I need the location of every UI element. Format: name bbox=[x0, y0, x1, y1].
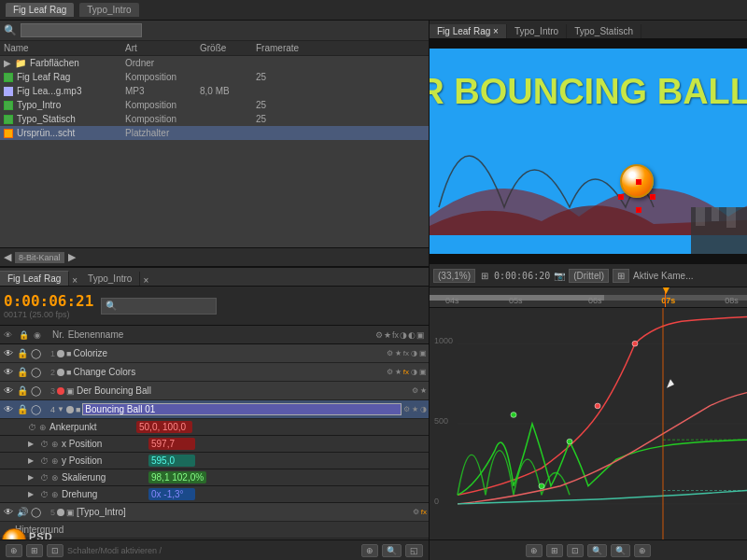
stopwatch-icon[interactable]: ⏱ bbox=[28, 423, 36, 432]
comp-tab-fig[interactable]: Fig Leaf Rag bbox=[0, 271, 69, 286]
prop-value[interactable]: 98,1 102,0% bbox=[148, 471, 206, 483]
prop-row-rotation[interactable]: ▶ ⏱ ⊕ Drehung 0x -1,3° bbox=[0, 486, 429, 503]
layer-row[interactable]: 👁 🔒 ◯ 2 ■ Change Colors ⚙ ★ fx ◑ ▣ bbox=[0, 363, 429, 382]
prop-value[interactable]: 595,0 bbox=[148, 455, 195, 467]
layer-fx-icon[interactable]: ⚙ bbox=[387, 368, 393, 376]
layer-3d-icon[interactable]: ▣ bbox=[419, 349, 427, 357]
scroll-left-icon[interactable]: ◀ bbox=[4, 251, 11, 263]
preview-camera-select[interactable]: (Drittel) bbox=[569, 269, 609, 283]
eye-icon[interactable]: 👁 bbox=[2, 366, 14, 378]
graph-btn5[interactable]: 🔍 bbox=[611, 544, 630, 557]
eye-icon[interactable]: 👁 bbox=[2, 403, 14, 415]
preview-fit-btn[interactable]: ⊞ bbox=[479, 271, 490, 281]
solo-icon[interactable]: ◯ bbox=[30, 366, 42, 378]
preview-tab-fig[interactable]: Fig Leaf Rag × bbox=[430, 24, 507, 38]
layer-row[interactable]: 👁 🔊 ◯ 5 ▣ [Typo_Intro] ⚙ fx bbox=[0, 503, 429, 522]
preview-grid-btn[interactable]: ⊞ bbox=[613, 269, 629, 283]
stopwatch-icon[interactable]: ⏱ bbox=[40, 456, 49, 466]
audio-icon[interactable]: 🔊 bbox=[16, 506, 28, 518]
layer-star-icon[interactable]: ★ bbox=[420, 386, 427, 395]
layer-fx-icon[interactable]: ⚙ bbox=[387, 349, 393, 357]
prop-row-xpos[interactable]: ▶ ⏱ ⊕ x Position 597,7 bbox=[0, 436, 429, 453]
layer-star-icon[interactable]: ★ bbox=[395, 368, 402, 376]
layer-star-icon[interactable]: ★ bbox=[412, 405, 418, 413]
comp1-tab[interactable]: Typo_Intro bbox=[79, 3, 138, 17]
preview-tab-typo-static[interactable]: Typo_Statisch bbox=[567, 24, 641, 38]
prop-row-scale[interactable]: ▶ ⏱ ⊗ Skalierung 98,1 102,0% bbox=[0, 469, 429, 486]
bottom-btn-left2[interactable]: ⊞ bbox=[26, 544, 43, 557]
layer-fx-icon[interactable]: ⚙ bbox=[413, 508, 419, 516]
comp-tab-typo[interactable]: Typo_Intro bbox=[80, 272, 140, 286]
list-item[interactable]: ▶ 📁 Farbflächen Ordner bbox=[0, 56, 429, 70]
stopwatch-icon[interactable]: ⏱ bbox=[40, 473, 49, 483]
stopwatch-icon[interactable]: ⏱ bbox=[40, 440, 49, 449]
stopwatch-icon[interactable]: ⏱ bbox=[40, 490, 49, 499]
lock-icon[interactable]: 🔒 bbox=[16, 366, 28, 378]
timeline-search-input[interactable] bbox=[119, 301, 212, 311]
preview-tab-typo-intro[interactable]: Typo_Intro bbox=[507, 24, 567, 38]
list-item[interactable]: Typo_Intro Komposition 25 bbox=[0, 98, 429, 112]
prop-value[interactable]: 597,7 bbox=[148, 438, 195, 450]
prop-row-ypos[interactable]: ▶ ⏱ ⊕ y Position 595,0 bbox=[0, 453, 429, 469]
layer-row-selected[interactable]: 👁 🔒 ◯ 4 ▼ ■ Bouncing Ball 01 ⚙ ★ ◑ bbox=[0, 400, 429, 419]
layer-fx-badge[interactable]: fx bbox=[403, 368, 409, 376]
lock-icon[interactable]: 🔒 bbox=[16, 347, 28, 359]
bottom-btn-right2[interactable]: 🔍 bbox=[382, 544, 402, 557]
layer-row[interactable]: 👁 🔒 ◯ 3 ▣ Der Bouncing Ball ⚙ ★ bbox=[0, 382, 429, 400]
graph-btn6[interactable]: ⊕ bbox=[634, 544, 651, 557]
list-item[interactable]: Fig Leaf Rag Komposition 25 bbox=[0, 70, 429, 84]
project-tab[interactable]: Fig Leaf Rag bbox=[6, 3, 74, 17]
svg-point-8 bbox=[511, 413, 516, 418]
layer-motion-icon[interactable]: ◑ bbox=[420, 405, 427, 413]
layer-motion-icon[interactable]: ◑ bbox=[411, 368, 417, 376]
bottom-btn-left3[interactable]: ⊡ bbox=[47, 544, 63, 557]
prop-row-ankerpunkt[interactable]: ⏱ ⊕ Ankerpunkt 50,0, 100,0 bbox=[0, 419, 429, 436]
layer-fx-icon[interactable]: ⚙ bbox=[412, 386, 418, 395]
layer-name: Colorize bbox=[73, 348, 384, 358]
layer-fx-badge[interactable]: fx bbox=[403, 349, 409, 357]
layer-motion-icon[interactable]: ◑ bbox=[411, 349, 417, 357]
scroll-right-icon[interactable]: ▶ bbox=[68, 251, 76, 263]
list-item[interactable]: Ursprün...scht Platzhalter bbox=[0, 126, 429, 140]
expand-icon[interactable]: ▼ bbox=[57, 405, 64, 413]
prop-icon-link[interactable]: ⊕ bbox=[51, 490, 59, 499]
prop-icon-link[interactable]: ⊕ bbox=[51, 440, 59, 449]
list-item[interactable]: Typo_Statisch Komposition 25 bbox=[0, 112, 429, 126]
layer-fx-badge[interactable]: fx bbox=[421, 508, 427, 516]
layer-star-icon[interactable]: ★ bbox=[395, 349, 402, 357]
eye-icon[interactable]: 👁 bbox=[2, 506, 14, 518]
prop-icon-link[interactable]: ⊕ bbox=[51, 456, 59, 466]
expand-arrow[interactable]: ▶ bbox=[28, 440, 37, 448]
layer-row[interactable]: 👁 🔒 ◯ 1 ■ Colorize ⚙ ★ fx ◑ ▣ bbox=[0, 344, 429, 363]
graph-btn1[interactable]: ⊕ bbox=[526, 544, 543, 557]
solo-icon[interactable]: ◯ bbox=[30, 347, 42, 359]
layer-fx-icon[interactable]: ⚙ bbox=[403, 405, 410, 413]
prop-name: Ankerpunkt bbox=[49, 422, 134, 432]
list-item[interactable]: Fig Lea...g.mp3 MP3 8,0 MB bbox=[0, 84, 429, 98]
expand-arrow[interactable]: ▶ bbox=[28, 456, 37, 465]
prop-value[interactable]: 50,0, 100,0 bbox=[136, 421, 192, 433]
prop-icon-link[interactable]: ⊕ bbox=[39, 423, 47, 432]
layer-sub-row2[interactable]: [Fig leaf Reinige3] PSD Tutorials.de bbox=[0, 539, 429, 539]
expand-arrow[interactable]: ▶ bbox=[28, 490, 37, 498]
graph-btn4[interactable]: 🔍 bbox=[587, 544, 607, 557]
graph-btn2[interactable]: ⊞ bbox=[546, 544, 563, 557]
expand-arrow[interactable]: ▶ bbox=[28, 473, 37, 482]
lock-icon[interactable]: 🔒 bbox=[16, 403, 28, 415]
solo-icon[interactable]: ◯ bbox=[30, 385, 42, 397]
project-search-input[interactable] bbox=[21, 23, 142, 37]
lock-icon[interactable]: 🔒 bbox=[16, 385, 28, 397]
prop-icon-link[interactable]: ⊗ bbox=[51, 473, 59, 483]
layer-3d-icon[interactable]: ▣ bbox=[419, 368, 427, 376]
bottom-btn-right3[interactable]: ◱ bbox=[405, 544, 423, 557]
prop-value[interactable]: 0x -1,3° bbox=[148, 488, 195, 500]
eye-icon[interactable]: 👁 bbox=[2, 347, 14, 359]
graph-btn3[interactable]: ⊡ bbox=[567, 544, 584, 557]
solo-icon[interactable]: ◯ bbox=[30, 506, 42, 518]
eye-icon[interactable]: 👁 bbox=[2, 385, 14, 397]
preview-percent[interactable]: (33,1%) bbox=[433, 269, 475, 283]
svg-point-9 bbox=[539, 483, 544, 489]
solo-icon[interactable]: ◯ bbox=[30, 403, 42, 415]
bottom-btn-left1[interactable]: ⊕ bbox=[6, 544, 22, 557]
bottom-btn-right1[interactable]: ⊕ bbox=[361, 544, 378, 557]
